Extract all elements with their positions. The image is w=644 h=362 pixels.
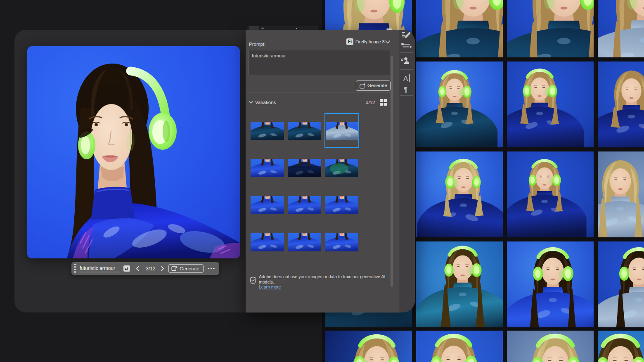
svg-text:A: A [403,75,408,83]
svg-text:¶: ¶ [404,86,407,94]
